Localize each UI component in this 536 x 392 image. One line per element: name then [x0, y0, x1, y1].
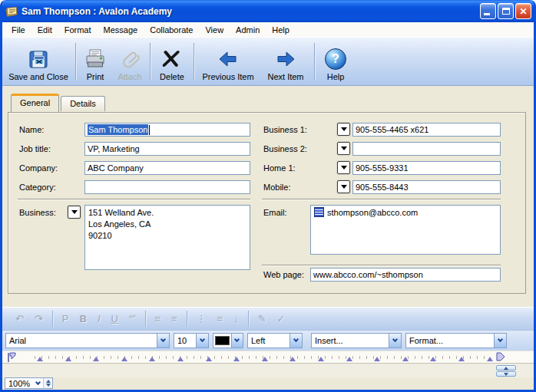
ruler-tabstop[interactable]	[177, 357, 184, 361]
print-button[interactable]: Print	[78, 39, 112, 84]
ruler[interactable]	[2, 351, 534, 364]
company-input[interactable]: ABC Company	[84, 161, 250, 175]
menu-admin[interactable]: Admin	[230, 24, 266, 36]
dropdown-button[interactable]	[157, 334, 169, 348]
dropdown-button[interactable]	[389, 334, 401, 348]
toolbar-separator	[150, 43, 151, 80]
indent-marker-left-icon[interactable]	[7, 352, 18, 363]
mobile-dropdown-button[interactable]	[337, 180, 350, 193]
bold-icon: B	[79, 313, 86, 324]
arrow-left-icon	[217, 47, 239, 71]
toolbar-separator	[194, 43, 194, 80]
business1-dropdown-button[interactable]	[337, 123, 350, 136]
ruler-tabstop[interactable]	[318, 357, 324, 361]
ruler-tabstop[interactable]	[402, 357, 409, 361]
font-family-select[interactable]: Arial	[5, 333, 170, 348]
company-label: Company:	[19, 163, 58, 173]
home1-label: Home 1:	[263, 163, 296, 173]
paperclip-icon	[118, 47, 141, 71]
font-size-select[interactable]: 10	[174, 333, 209, 348]
home1-dropdown-button[interactable]	[337, 161, 350, 174]
chevron-down-icon	[234, 337, 240, 342]
menu-message[interactable]: Message	[98, 24, 144, 36]
previous-item-button[interactable]: Previous Item	[197, 39, 260, 84]
up-arrow-icon	[46, 380, 51, 383]
home1-input[interactable]: 905-555-9331	[352, 161, 501, 175]
email-box[interactable]: sthompson@abcco.com	[310, 205, 501, 255]
ruler-tabstop[interactable]	[487, 357, 493, 361]
next-item-button[interactable]: Next Item	[260, 39, 312, 84]
ruler-tabstop[interactable]	[93, 357, 99, 361]
close-button[interactable]: ✕	[515, 3, 531, 19]
alignment-select[interactable]: Left	[247, 333, 303, 348]
tab-details[interactable]: Details	[61, 96, 105, 111]
minimize-button[interactable]	[480, 3, 496, 19]
scroll-down-button[interactable]	[496, 371, 516, 377]
menu-help[interactable]: Help	[266, 24, 296, 36]
font-color-select[interactable]	[213, 333, 243, 348]
help-button[interactable]: ? Help	[317, 39, 354, 84]
email-label: Email:	[263, 208, 287, 217]
dropdown-arrow-icon	[341, 185, 347, 189]
ruler-tabstop[interactable]	[149, 357, 155, 361]
business1-input[interactable]: 905-555-4465 x621	[352, 123, 501, 137]
ruler-tabstop[interactable]	[430, 357, 436, 361]
delete-button[interactable]: Delete	[153, 39, 191, 84]
dropdown-arrow-icon	[71, 210, 78, 214]
mobile-input[interactable]: 905-555-8443	[352, 180, 501, 194]
delete-x-icon	[162, 47, 182, 71]
ruler-tabstop[interactable]	[37, 357, 43, 361]
ruler-tabstop[interactable]	[65, 357, 71, 361]
toolbar-separator	[52, 311, 53, 327]
ruler-tabstop[interactable]	[458, 357, 465, 361]
contact-window: Sam Thompson : Avalon Academy ✕ File Edi…	[0, 0, 536, 392]
ruler-tabstop[interactable]	[290, 357, 296, 361]
dropdown-button[interactable]	[494, 334, 506, 348]
formatting-toolbar: ↶ ↷ P B I U “” ≡ ≡ ⋮ ≡ ↓ ✎ ✓	[2, 307, 534, 331]
business2-dropdown-button[interactable]	[337, 142, 350, 155]
business2-input[interactable]	[352, 142, 501, 156]
insert-select[interactable]: Insert...	[311, 333, 402, 348]
down-arrow-icon	[504, 373, 508, 376]
maximize-icon	[502, 8, 510, 15]
tab-strip: General Details	[11, 94, 107, 111]
category-input[interactable]	[84, 180, 250, 194]
save-close-icon	[27, 47, 50, 71]
zoom-level: 100%	[5, 379, 33, 388]
ruler-tabstop[interactable]	[206, 357, 212, 361]
indent-marker-right-icon[interactable]	[496, 352, 506, 362]
save-and-close-button[interactable]: Save and Close	[4, 39, 73, 84]
scroll-up-button[interactable]	[496, 365, 516, 371]
dropdown-button[interactable]	[290, 334, 302, 348]
dropdown-button[interactable]	[196, 334, 208, 348]
menu-file[interactable]: File	[5, 24, 31, 36]
zoom-dropdown-button[interactable]	[33, 378, 43, 388]
chevron-down-icon	[35, 379, 41, 384]
menu-collaborate[interactable]: Collaborate	[144, 24, 199, 36]
menu-format[interactable]: Format	[58, 24, 98, 36]
business-address-textarea[interactable]: 151 Welland Ave. Los Angeles, CA 90210	[84, 205, 250, 270]
menu-edit[interactable]: Edit	[31, 24, 58, 36]
zoom-spinner[interactable]	[43, 378, 52, 388]
menu-view[interactable]: View	[199, 24, 230, 36]
tab-general[interactable]: General	[11, 94, 59, 112]
zoom-control[interactable]: 100%	[5, 377, 53, 389]
help-question-icon: ?	[325, 48, 346, 70]
dropdown-arrow-icon	[341, 127, 347, 131]
format-select[interactable]: Format...	[405, 333, 507, 348]
web-page-input[interactable]: www.abcco.com/~sthompson	[310, 268, 501, 282]
quote-icon: “”	[129, 313, 136, 324]
dropdown-button[interactable]	[231, 334, 243, 348]
job-title-input[interactable]: VP, Marketing	[84, 142, 250, 156]
ruler-tabstop[interactable]	[233, 357, 240, 361]
ruler-tabstop[interactable]	[374, 357, 380, 361]
name-input[interactable]: Sam Thompson	[84, 123, 250, 137]
maximize-button[interactable]	[498, 3, 514, 19]
ruler-tabstop[interactable]	[121, 357, 127, 361]
business-address-dropdown-button[interactable]	[68, 206, 81, 219]
move-down-icon: ↓	[233, 313, 239, 324]
ruler-tabstop[interactable]	[262, 357, 268, 361]
ruler-tabstop[interactable]	[346, 357, 352, 361]
indent-icon: ≡	[171, 313, 177, 324]
webpage-separator	[262, 265, 501, 266]
